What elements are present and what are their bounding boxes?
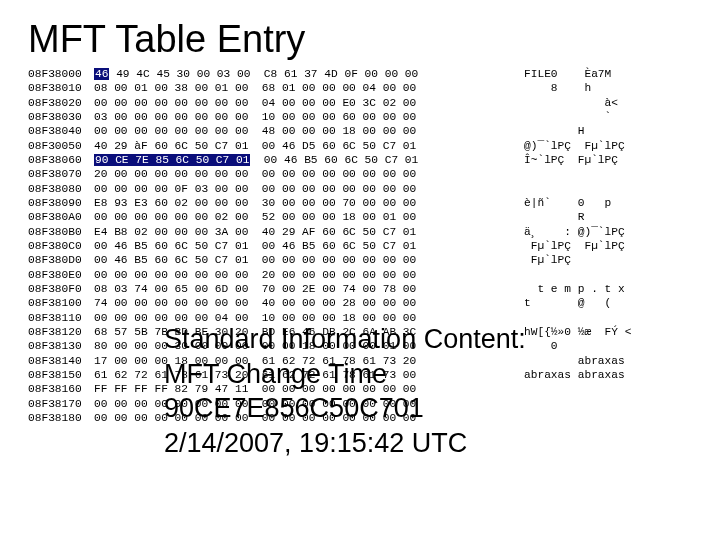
hex-address: 08F38170: [28, 397, 94, 411]
hex-ascii: abraxas abraxas: [524, 368, 625, 382]
hex-address: 08F380A0: [28, 210, 94, 224]
hex-address: 08F38120: [28, 325, 94, 339]
hex-ascii: Fµ`lPÇ Fµ`lPÇ: [524, 239, 625, 253]
hex-row: 08F3803003 00 00 00 00 00 00 00 10 00 00…: [28, 110, 702, 124]
hex-ascii: @)¯`lPÇ Fµ`lPÇ: [524, 139, 625, 153]
hex-ascii: Fµ`lPÇ: [524, 253, 571, 267]
hex-row: 08F380A000 00 00 00 00 00 02 00 52 00 00…: [28, 210, 702, 224]
page-title: MFT Table Entry: [0, 0, 720, 67]
hex-bytes: 03 00 00 00 00 00 00 00 10 00 00 00 60 0…: [94, 110, 524, 124]
hex-row: 08F3815061 62 72 61 78 61 73 20 61 62 72…: [28, 368, 702, 382]
hex-address: 08F38040: [28, 124, 94, 138]
hex-bytes: 80 00 00 00 30 00 00 00 00 00 18 00 00 0…: [94, 339, 524, 353]
hex-row: 08F3818000 00 00 00 00 00 00 00 00 00 00…: [28, 411, 702, 425]
hex-row: 08F3812068 57 5B 7B BD BE 30 20 BD E6 46…: [28, 325, 702, 339]
hex-address: 08F38100: [28, 296, 94, 310]
hex-ascii: t e m p . t x: [524, 282, 625, 296]
hex-bytes: 00 00 00 00 00 00 00 00 04 00 00 00 E0 3…: [94, 96, 524, 110]
hex-bytes: 00 00 00 00 0F 03 00 00 00 00 00 00 00 0…: [94, 182, 524, 196]
hex-row: 08F380C000 46 B5 60 6C 50 C7 01 00 46 B5…: [28, 239, 702, 253]
hex-address: 08F38020: [28, 96, 94, 110]
hex-address: 08F30050: [28, 139, 94, 153]
hex-address: 08F38130: [28, 339, 94, 353]
hex-address: 08F38000: [28, 67, 94, 81]
hex-bytes: 40 29 àF 60 6C 50 C7 01 00 46 D5 60 6C 5…: [94, 139, 524, 153]
hex-ascii: è|ñ` 0 p: [524, 196, 611, 210]
hex-ascii: R: [524, 210, 584, 224]
hex-ascii: hW[{½»0 ½æ FÝ <: [524, 325, 631, 339]
hex-row: 08F3817000 00 00 00 00 00 00 00 00 00 00…: [28, 397, 702, 411]
hex-row: 08F38090E8 93 E3 60 02 00 00 00 30 00 00…: [28, 196, 702, 210]
hex-ascii: ä¸ : @)¯`lPÇ: [524, 225, 625, 239]
hex-address: 08F38070: [28, 167, 94, 181]
hex-bytes: 00 00 00 00 00 00 04 00 10 00 00 00 18 0…: [94, 311, 524, 325]
hex-address: 08F38110: [28, 311, 94, 325]
hex-ascii: 0: [524, 339, 558, 353]
hex-ascii: 8 h: [524, 81, 591, 95]
hex-bytes: 00 00 00 00 00 00 02 00 52 00 00 00 18 0…: [94, 210, 524, 224]
hex-row: 08F3802000 00 00 00 00 00 00 00 04 00 00…: [28, 96, 702, 110]
hex-bytes: 00 00 00 00 00 00 00 00 48 00 00 00 18 0…: [94, 124, 524, 138]
hex-row: 08F3814017 00 00 00 18 00 00 00 61 62 72…: [28, 354, 702, 368]
hex-row: 08F3813080 00 00 00 30 00 00 00 00 00 18…: [28, 339, 702, 353]
hex-bytes: 08 03 74 00 65 00 6D 00 70 00 2E 00 74 0…: [94, 282, 524, 296]
hex-row: 08F3811000 00 00 00 00 00 04 00 10 00 00…: [28, 311, 702, 325]
hex-row: 08F3807020 00 00 00 00 00 00 00 00 00 00…: [28, 167, 702, 181]
hex-bytes: 00 46 B5 60 6C 50 C7 01 00 00 00 00 00 0…: [94, 253, 524, 267]
hex-bytes: 00 00 00 00 00 00 00 00 20 00 00 00 00 0…: [94, 268, 524, 282]
hex-row: 08F3804000 00 00 00 00 00 00 00 48 00 00…: [28, 124, 702, 138]
hex-bytes: 00 46 B5 60 6C 50 C7 01 00 46 B5 60 6C 5…: [94, 239, 524, 253]
hex-address: 08F38060: [28, 153, 94, 167]
hex-address: 08F38160: [28, 382, 94, 396]
hex-address: 08F380E0: [28, 268, 94, 282]
overlay-line-4: 2/14/2007, 19:15:42 UTC: [164, 426, 526, 461]
hex-dump: 08F3800046 49 4C 45 30 00 03 00 C8 61 37…: [0, 67, 720, 425]
hex-bytes: 08 00 01 00 38 00 01 00 68 01 00 00 00 0…: [94, 81, 524, 95]
hex-bytes: 68 57 5B 7B BD BE 30 20 BD E6 46 DB 2C 6…: [94, 325, 524, 339]
hex-address: 08F38180: [28, 411, 94, 425]
hex-address: 08F380F0: [28, 282, 94, 296]
hex-bytes: 20 00 00 00 00 00 00 00 00 00 00 00 00 0…: [94, 167, 524, 181]
hex-address: 08F380B0: [28, 225, 94, 239]
hex-ascii: Î~`lPÇ Fµ`lPÇ: [524, 153, 618, 167]
hex-row: 08F380E000 00 00 00 00 00 00 00 20 00 00…: [28, 268, 702, 282]
hex-bytes: 61 62 72 61 78 61 73 20 61 62 72 61 78 6…: [94, 368, 524, 382]
hex-address: 08F38080: [28, 182, 94, 196]
hex-bytes: 74 00 00 00 00 00 00 00 40 00 00 00 28 0…: [94, 296, 524, 310]
hex-ascii: FILE0 Èa7M: [524, 67, 611, 81]
hex-ascii: abraxas: [524, 354, 625, 368]
hex-ascii: H: [524, 124, 584, 138]
hex-ascii: `: [524, 110, 611, 124]
hex-address: 08F380D0: [28, 253, 94, 267]
hex-row: 08F3808000 00 00 00 0F 03 00 00 00 00 00…: [28, 182, 702, 196]
hex-row: 08F38160FF FF FF FF 82 79 47 11 00 00 00…: [28, 382, 702, 396]
hex-bytes: 46 49 4C 45 30 00 03 00 C8 61 37 4D 0F 0…: [94, 67, 524, 81]
hex-row: 08F380B0E4 B8 02 00 00 00 3A 00 40 29 AF…: [28, 225, 702, 239]
hex-bytes: 17 00 00 00 18 00 00 00 61 62 72 61 78 6…: [94, 354, 524, 368]
hex-bytes: E8 93 E3 60 02 00 00 00 30 00 00 00 70 0…: [94, 196, 524, 210]
hex-bytes: 00 00 00 00 00 00 00 00 00 00 00 00 00 0…: [94, 397, 524, 411]
hex-row: 08F3005040 29 àF 60 6C 50 C7 01 00 46 D5…: [28, 139, 702, 153]
hex-address: 08F38150: [28, 368, 94, 382]
hex-bytes: 00 00 00 00 00 00 00 00 00 00 00 00 00 0…: [94, 411, 524, 425]
hex-row: 08F3800046 49 4C 45 30 00 03 00 C8 61 37…: [28, 67, 702, 81]
hex-ascii: à<: [524, 96, 618, 110]
hex-bytes: E4 B8 02 00 00 00 3A 00 40 29 AF 60 6C 5…: [94, 225, 524, 239]
hex-address: 08F380C0: [28, 239, 94, 253]
hex-address: 08F38010: [28, 81, 94, 95]
hex-address: 08F38090: [28, 196, 94, 210]
hex-ascii: t @ (: [524, 296, 611, 310]
hex-row: 08F380F008 03 74 00 65 00 6D 00 70 00 2E…: [28, 282, 702, 296]
hex-address: 08F38140: [28, 354, 94, 368]
hex-row: 08F380D000 46 B5 60 6C 50 C7 01 00 00 00…: [28, 253, 702, 267]
hex-bytes: 90 CE 7E 85 6C 50 C7 01 00 46 B5 60 6C 5…: [94, 153, 524, 167]
hex-bytes: FF FF FF FF 82 79 47 11 00 00 00 00 00 0…: [94, 382, 524, 396]
hex-address: 08F38030: [28, 110, 94, 124]
hex-row: 08F3810074 00 00 00 00 00 00 00 40 00 00…: [28, 296, 702, 310]
hex-row: 08F3806090 CE 7E 85 6C 50 C7 01 00 46 B5…: [28, 153, 702, 167]
hex-row: 08F3801008 00 01 00 38 00 01 00 68 01 00…: [28, 81, 702, 95]
